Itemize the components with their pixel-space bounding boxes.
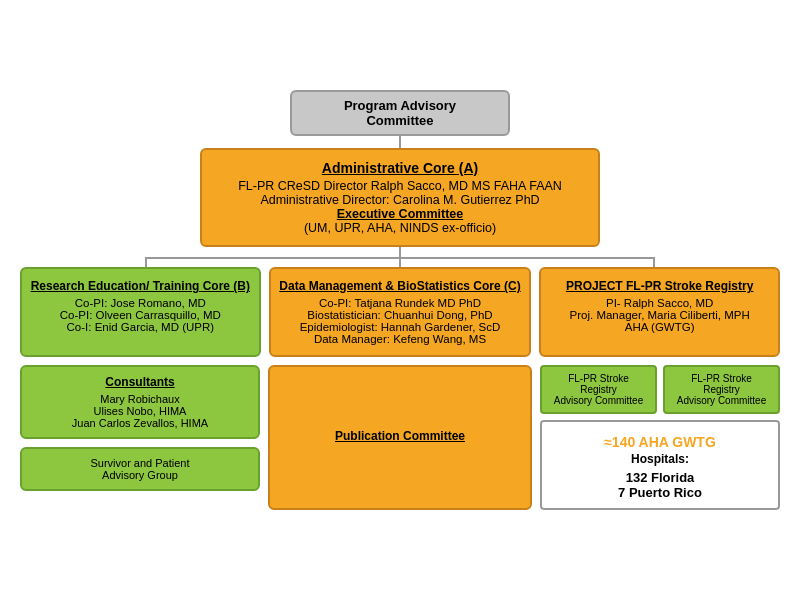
- research-line3: Co-I: Enid Garcia, MD (UPR): [30, 321, 251, 333]
- publication-label: Publication Committee: [335, 429, 465, 443]
- org-chart: Program Advisory Committee Administrativ…: [10, 80, 790, 520]
- consultants-line1: Mary Robichaux: [30, 393, 250, 405]
- admin-core-line1: FL-PR CReSD Director Ralph Sacco, MD MS …: [217, 179, 583, 193]
- horiz-connector: [20, 247, 780, 267]
- project-box: PROJECT FL-PR Stroke Registry PI- Ralph …: [539, 267, 780, 357]
- vert-center: [399, 247, 401, 267]
- data-title: Data Management & BioStatistics Core (C): [279, 279, 522, 293]
- consultants-line3: Juan Carlos Zevallos, HIMA: [30, 417, 250, 429]
- advisory2-line3: Advisory Committee: [669, 395, 774, 406]
- hospitals-box: ≈140 AHA GWTG Hospitals: 132 Florida 7 P…: [540, 420, 780, 510]
- consultants-title: Consultants: [30, 375, 250, 389]
- bottom-center: Publication Committee: [268, 365, 532, 510]
- vert-left: [145, 257, 147, 267]
- exec-title: Executive Committee: [217, 207, 583, 221]
- advisory2-line2: Registry: [669, 384, 774, 395]
- advisory-box-1: FL-PR Stroke Registry Advisory Committee: [540, 365, 657, 414]
- admin-core-box: Administrative Core (A) FL-PR CReSD Dire…: [200, 148, 600, 247]
- data-box: Data Management & BioStatistics Core (C)…: [269, 267, 532, 357]
- research-title: Research Education/ Training Core (B): [30, 279, 251, 293]
- research-line1: Co-PI: Jose Romano, MD: [30, 297, 251, 309]
- advisory1-line3: Advisory Committee: [546, 395, 651, 406]
- consultants-box: Consultants Mary Robichaux Ulises Nobo, …: [20, 365, 260, 439]
- pac-box: Program Advisory Committee: [290, 90, 510, 136]
- advisory2-line1: FL-PR Stroke: [669, 373, 774, 384]
- research-line2: Co-PI: Olveen Carrasquillo, MD: [30, 309, 251, 321]
- middle-row: Research Education/ Training Core (B) Co…: [20, 267, 780, 357]
- advisory-pair: FL-PR Stroke Registry Advisory Committee…: [540, 365, 780, 414]
- vert-connector-1: [399, 136, 401, 148]
- project-title: PROJECT FL-PR Stroke Registry: [549, 279, 770, 293]
- hospitals-puerto-rico: 7 Puerto Rico: [550, 485, 770, 500]
- advisory-box-2: FL-PR Stroke Registry Advisory Committee: [663, 365, 780, 414]
- bottom-row: Consultants Mary Robichaux Ulises Nobo, …: [20, 365, 780, 510]
- data-line3: Epidemiologist: Hannah Gardener, ScD: [279, 321, 522, 333]
- survivor-box: Survivor and Patient Advisory Group: [20, 447, 260, 491]
- publication-box: Publication Committee: [268, 365, 532, 510]
- research-box: Research Education/ Training Core (B) Co…: [20, 267, 261, 357]
- hospitals-label: Hospitals:: [550, 452, 770, 466]
- admin-core-line2: Administrative Director: Carolina M. Gut…: [217, 193, 583, 207]
- bottom-right: FL-PR Stroke Registry Advisory Committee…: [540, 365, 780, 510]
- project-line3: AHA (GWTG): [549, 321, 770, 333]
- advisory1-line1: FL-PR Stroke: [546, 373, 651, 384]
- survivor-line2: Advisory Group: [30, 469, 250, 481]
- pac-label: Program Advisory Committee: [344, 98, 456, 128]
- vert-right: [653, 257, 655, 267]
- exec-sub: (UM, UPR, AHA, NINDS ex-officio): [217, 221, 583, 235]
- data-line4: Data Manager: Kefeng Wang, MS: [279, 333, 522, 345]
- data-line2: Biostatistician: Chuanhui Dong, PhD: [279, 309, 522, 321]
- hospitals-approx: ≈140 AHA GWTG: [550, 434, 770, 450]
- hospitals-florida: 132 Florida: [550, 470, 770, 485]
- data-line1: Co-PI: Tatjana Rundek MD PhD: [279, 297, 522, 309]
- advisory1-line2: Registry: [546, 384, 651, 395]
- admin-core-title: Administrative Core (A): [217, 160, 583, 176]
- project-line2: Proj. Manager, Maria Ciliberti, MPH: [549, 309, 770, 321]
- bottom-left: Consultants Mary Robichaux Ulises Nobo, …: [20, 365, 260, 510]
- project-line1: PI- Ralph Sacco, MD: [549, 297, 770, 309]
- consultants-line2: Ulises Nobo, HIMA: [30, 405, 250, 417]
- survivor-line1: Survivor and Patient: [30, 457, 250, 469]
